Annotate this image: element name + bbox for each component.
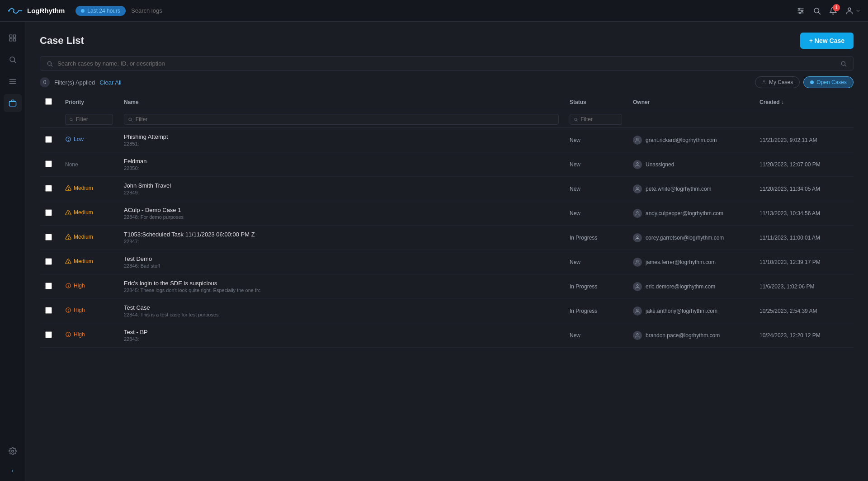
row-status-cell: New — [564, 152, 627, 177]
select-all-checkbox[interactable] — [45, 98, 52, 105]
row-name-cell: Eric's login to the SDE is suspicious228… — [118, 274, 564, 299]
svg-point-30 — [575, 118, 577, 120]
search-logs-input[interactable] — [131, 7, 458, 14]
owner-avatar — [633, 136, 642, 145]
table-row[interactable]: HighEric's login to the SDE is suspiciou… — [40, 274, 854, 299]
case-name: Feldman — [124, 158, 559, 165]
row-status-cell: In Progress — [564, 299, 627, 323]
time-filter-label: Last 24 hours — [87, 8, 120, 14]
filter-priority-cell — [60, 111, 118, 128]
case-search-input[interactable] — [57, 60, 836, 67]
row-name-cell: ACulp - Demo Case 122848: For demo purpo… — [118, 201, 564, 226]
owner-cell: andy.culpepper@logrhythm.com — [633, 209, 749, 218]
open-cases-dot — [810, 80, 814, 84]
status-badge: In Progress — [570, 235, 597, 241]
owner-avatar — [633, 307, 642, 316]
th-priority[interactable]: Priority — [60, 94, 118, 111]
th-created[interactable]: Created ↓ — [754, 94, 854, 111]
case-id: 22849: — [124, 190, 559, 195]
row-owner-cell: eric.demore@logrhythm.com — [627, 274, 754, 299]
sidebar-item-cases[interactable] — [4, 94, 22, 112]
table-row[interactable]: MediumACulp - Demo Case 122848: For demo… — [40, 201, 854, 226]
row-name-cell: John Smith Travel22849: — [118, 177, 564, 201]
search-submit-icon — [840, 61, 847, 67]
sidebar-collapse-button[interactable]: › — [12, 467, 14, 474]
row-checkbox-5[interactable] — [45, 258, 52, 265]
priority-filter-icon — [69, 117, 73, 122]
row-created-cell: 10/24/2023, 12:20:12 PM — [754, 323, 854, 348]
th-owner[interactable]: Owner — [627, 94, 754, 111]
table-row[interactable]: HighTest - BP22843:New brandon.pace@logr… — [40, 323, 854, 348]
table-row[interactable]: MediumTest Demo22846: Bad stuffNew james… — [40, 250, 854, 274]
row-owner-cell: jake.anthony@logrhythm.com — [627, 299, 754, 323]
priority-label: Medium — [74, 258, 93, 264]
table-body: LowPhishing Attempt22851:New grant.ricka… — [40, 128, 854, 348]
row-created-cell: 11/20/2023, 11:34:05 AM — [754, 177, 854, 201]
layout: › Case List + New Case 0 Filter(s) Appli… — [0, 22, 868, 481]
row-priority-cell: Medium — [60, 201, 118, 226]
svg-point-6 — [799, 12, 801, 14]
sidebar-item-list[interactable] — [4, 72, 22, 90]
row-checkbox-7[interactable] — [45, 307, 52, 314]
svg-point-47 — [68, 262, 68, 263]
created-date: 11/13/2023, 10:34:56 AM — [760, 210, 820, 217]
row-checkbox-3[interactable] — [45, 209, 52, 216]
status-filter-input[interactable] — [580, 116, 618, 123]
row-name-cell: Test - BP22843: — [118, 323, 564, 348]
clear-all-button[interactable]: Clear All — [99, 79, 121, 86]
filter-status-cell — [564, 111, 627, 128]
row-name-cell: Phishing Attempt22851: — [118, 128, 564, 152]
row-checkbox-1[interactable] — [45, 160, 52, 167]
row-name-cell: Test Demo22846: Bad stuff — [118, 250, 564, 274]
table-row[interactable]: MediumT1053:Scheduled Task 11/11/2023 06… — [40, 226, 854, 250]
filter-owner-cell — [627, 111, 754, 128]
table-row[interactable]: MediumJohn Smith Travel22849:New pete.wh… — [40, 177, 854, 201]
my-cases-toggle[interactable]: My Cases — [755, 76, 800, 88]
open-cases-toggle[interactable]: Open Cases — [803, 76, 854, 88]
sidebar-item-search[interactable] — [4, 51, 22, 69]
table-row[interactable]: LowPhishing Attempt22851:New grant.ricka… — [40, 128, 854, 152]
row-checkbox-cell — [40, 177, 60, 201]
time-filter-pill[interactable]: Last 24 hours — [75, 6, 126, 16]
row-status-cell: New — [564, 250, 627, 274]
row-checkbox-8[interactable] — [45, 331, 52, 338]
row-checkbox-cell — [40, 226, 60, 250]
row-name-cell: T1053:Scheduled Task 11/11/2023 06:00:00… — [118, 226, 564, 250]
notifications-button[interactable]: 1 — [829, 7, 837, 15]
th-name[interactable]: Name — [118, 94, 564, 111]
table-row[interactable]: NoneFeldman22850:New Unassigned 11/20/20… — [40, 152, 854, 177]
sidebar-item-dashboard[interactable] — [4, 29, 22, 47]
case-search-icon — [47, 61, 53, 67]
row-checkbox-2[interactable] — [45, 185, 52, 192]
svg-point-28 — [129, 118, 132, 120]
case-name: Test Demo — [124, 255, 559, 262]
case-search-wrap — [25, 56, 868, 76]
sidebar-item-settings[interactable] — [4, 442, 22, 460]
row-priority-cell: High — [60, 299, 118, 323]
new-case-button[interactable]: + New Case — [800, 33, 854, 49]
row-priority-cell: Low — [60, 128, 118, 152]
status-badge: New — [570, 186, 580, 192]
row-checkbox-6[interactable] — [45, 283, 52, 289]
user-menu-button[interactable] — [845, 7, 861, 15]
priority-label: High — [74, 307, 85, 313]
priority-filter-input[interactable] — [76, 116, 109, 123]
row-checkbox-0[interactable] — [45, 136, 52, 143]
th-status[interactable]: Status — [564, 94, 627, 111]
svg-point-0 — [8, 10, 10, 12]
row-created-cell: 11/6/2023, 1:02:06 PM — [754, 274, 854, 299]
owner-cell: brandon.pace@logrhythm.com — [633, 331, 749, 340]
svg-line-31 — [576, 120, 577, 121]
case-search-bar — [40, 56, 854, 71]
table-row[interactable]: HighTest Case22844: This is a test case … — [40, 299, 854, 323]
search-button[interactable] — [813, 7, 821, 15]
name-filter-input[interactable] — [136, 116, 555, 123]
row-checkbox-cell — [40, 201, 60, 226]
row-owner-cell: corey.garretson@logrhythm.com — [627, 226, 754, 250]
svg-rect-10 — [9, 35, 12, 37]
svg-point-41 — [68, 213, 68, 214]
row-checkbox-4[interactable] — [45, 234, 52, 240]
th-select-all[interactable] — [40, 94, 60, 111]
owner-email: grant.rickard@logrhythm.com — [646, 137, 717, 143]
sliders-button[interactable] — [797, 7, 805, 15]
